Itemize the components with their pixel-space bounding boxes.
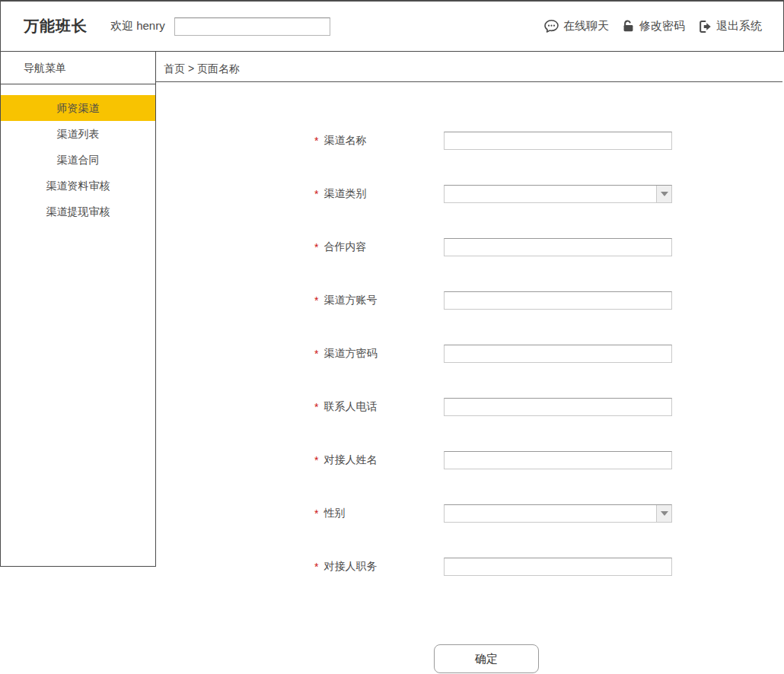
sidebar-item-channel-info-audit[interactable]: 渠道资料审核	[1, 173, 155, 199]
chat-bubble-icon	[543, 18, 559, 34]
sidebar-item-channel-withdraw-audit[interactable]: 渠道提现审核	[1, 199, 155, 224]
required-marker: *	[314, 507, 318, 520]
channel-password-input[interactable]	[444, 345, 672, 363]
liaison-position-input[interactable]	[444, 558, 672, 576]
dropdown-arrow-icon	[656, 186, 671, 202]
required-marker: *	[314, 454, 318, 466]
gender-select[interactable]	[444, 504, 672, 523]
form-row-channel-name: *渠道名称	[314, 132, 672, 150]
field-label-channel-name: *渠道名称	[314, 134, 444, 148]
header-search-input[interactable]	[174, 17, 330, 36]
field-label-text: 联系人电话	[323, 400, 377, 414]
field-label-channel-password: *渠道方密码	[314, 347, 444, 361]
field-label-text: 渠道方密码	[323, 347, 377, 361]
form-row-liaison-position: *对接人职务	[314, 558, 672, 576]
channel-name-input[interactable]	[444, 132, 672, 150]
form-row-cooperation-content: *合作内容	[314, 238, 672, 256]
logout-label: 退出系统	[716, 19, 762, 33]
field-label-channel-type: *渠道类别	[314, 187, 444, 201]
logout-icon	[697, 19, 712, 34]
field-label-text: 对接人姓名	[323, 453, 377, 467]
header-actions: 在线聊天 修改密码 退出系统	[543, 18, 762, 34]
welcome-text: 欢迎 henry	[110, 19, 165, 33]
header: 万能班长 欢迎 henry 在线聊天 修改密码	[0, 0, 784, 52]
field-label-gender: *性别	[314, 507, 444, 520]
main-content: 首页 > 页面名称	[156, 52, 782, 82]
field-label-text: 合作内容	[323, 240, 366, 254]
form-row-contact-phone: *联系人电话	[314, 398, 672, 416]
field-label-channel-account: *渠道方账号	[314, 294, 444, 307]
form-row-channel-password: *渠道方密码	[314, 345, 672, 363]
sidebar-items: 师资渠道渠道列表渠道合同渠道资料审核渠道提现审核	[1, 95, 155, 224]
required-marker: *	[314, 135, 318, 147]
field-label-text: 渠道名称	[323, 134, 366, 148]
form-row-gender: *性别	[314, 504, 672, 523]
required-marker: *	[314, 188, 318, 200]
form-row-liaison-name: *对接人姓名	[314, 451, 672, 469]
form-row-channel-account: *渠道方账号	[314, 291, 672, 310]
online-chat-label: 在线聊天	[563, 19, 609, 33]
channel-account-input[interactable]	[444, 291, 672, 310]
sidebar-item-channel-list[interactable]: 渠道列表	[1, 121, 155, 147]
logout-button[interactable]: 退出系统	[697, 19, 762, 34]
required-marker: *	[314, 348, 318, 360]
channel-form: *渠道名称*渠道类别*合作内容*渠道方账号*渠道方密码*联系人电话*对接人姓名*…	[314, 132, 672, 611]
field-label-liaison-position: *对接人职务	[314, 560, 444, 574]
confirm-button[interactable]: 确定	[434, 644, 539, 673]
cooperation-content-input[interactable]	[444, 238, 672, 256]
required-marker: *	[314, 401, 318, 413]
contact-phone-input[interactable]	[444, 398, 672, 416]
sidebar-title: 导航菜单	[1, 52, 155, 84]
online-chat-button[interactable]: 在线聊天	[543, 18, 609, 34]
field-label-liaison-name: *对接人姓名	[314, 453, 444, 467]
breadcrumb[interactable]: 首页 > 页面名称	[156, 52, 782, 82]
required-marker: *	[314, 294, 318, 307]
field-label-text: 渠道方账号	[323, 294, 377, 307]
form-row-channel-type: *渠道类别	[314, 185, 672, 203]
field-label-text: 渠道类别	[323, 187, 366, 201]
change-password-button[interactable]: 修改密码	[621, 19, 685, 33]
field-label-text: 性别	[323, 507, 345, 520]
open-lock-icon	[621, 19, 636, 33]
required-marker: *	[314, 561, 318, 573]
app-logo: 万能班长	[24, 16, 88, 37]
sidebar-item-channel-contract[interactable]: 渠道合同	[1, 147, 155, 173]
sidebar-item-teacher-channel[interactable]: 师资渠道	[1, 95, 155, 121]
change-password-label: 修改密码	[639, 19, 685, 33]
field-label-text: 对接人职务	[323, 560, 377, 574]
sidebar: 导航菜单 师资渠道渠道列表渠道合同渠道资料审核渠道提现审核	[0, 52, 156, 567]
dropdown-arrow-icon	[656, 505, 671, 522]
channel-type-select[interactable]	[444, 185, 672, 203]
liaison-name-input[interactable]	[444, 451, 672, 469]
field-label-contact-phone: *联系人电话	[314, 400, 444, 414]
field-label-cooperation-content: *合作内容	[314, 240, 444, 254]
required-marker: *	[314, 241, 318, 253]
